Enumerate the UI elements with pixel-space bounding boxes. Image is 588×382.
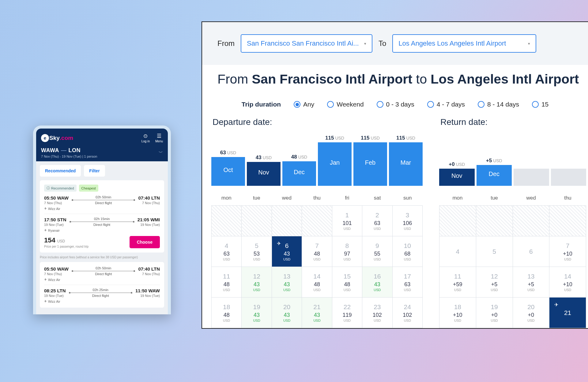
month-bar[interactable]: 115USDJan [318,134,352,186]
calendar-day[interactable]: 1343USD [272,267,302,298]
month-label: Oct [211,157,245,186]
day-number: 22 [344,303,351,311]
duration-option[interactable]: 0 - 3 days [377,101,414,108]
flight-line-icon [70,222,134,222]
choose-button[interactable]: Choose [130,236,160,248]
mobile-content: ⓘ Recommended Cheapest 05:50 WAW 7 Nov (… [36,177,168,314]
calendar-day[interactable]: 5 [476,236,513,267]
calendar-day[interactable]: 11+59USD [439,267,476,298]
month-bar[interactable]: 115USDFeb [353,134,387,186]
duration-option[interactable]: Any [294,101,314,108]
month-bar[interactable]: Jan [514,134,549,186]
calendar-day[interactable]: 13+5USD [513,267,550,298]
chevron-down-icon[interactable]: ﹀ [159,150,163,155]
to-dropdown[interactable]: Los Angeles Los Angeles Intl Airport ▾ [392,34,536,53]
day-number: 24 [404,303,411,311]
calendar-day[interactable]: 2143USD [302,298,332,328]
calendar-day[interactable]: 1101USD [332,206,362,236]
mobile-route[interactable]: WAWA—LON [41,147,97,154]
day-price: +5 [491,281,498,288]
plane-icon: ✈ [277,241,281,246]
calendar-day[interactable]: 20+0USD [513,298,550,328]
day-price: 55 [374,251,380,257]
day-number: 21 [313,303,320,311]
calendar-day[interactable]: 19+0USD [476,298,513,328]
menu-button[interactable]: ☰ Menu [155,133,163,143]
month-bar[interactable]: Fe [551,134,586,186]
month-bar[interactable]: 43USDNov [247,134,281,186]
calendar-day[interactable]: 897USD [332,236,362,267]
calendar-day[interactable]: 1148USD [212,267,242,298]
calendar-day[interactable]: 22119USD [332,298,362,328]
month-bar[interactable]: 115USDMar [389,134,423,186]
duration-option[interactable]: 15 [532,101,548,108]
calendar-day[interactable]: 23102USD [362,298,392,328]
return-calendar: Return date: +0USDNov+5USDDecJanFe montu… [439,117,586,328]
calendar-day[interactable]: 955USD [362,236,392,267]
trip-duration-label: Trip duration [242,101,281,108]
calendar-day[interactable]: 1548USD [332,267,362,298]
day-price: 48 [224,281,230,288]
month-bar[interactable]: 48USDDec [282,134,316,186]
calendar-day[interactable]: 1943USD [242,298,272,328]
calendar-day[interactable]: 3106USD [393,206,423,236]
filter-chip[interactable]: Filter [84,165,105,177]
calendar-day[interactable]: 553USD [242,236,272,267]
calendar-day[interactable]: 1243USD [242,267,272,298]
calendar-day[interactable]: 263USD [362,206,392,236]
calendar-day[interactable]: 1448USD [302,267,332,298]
calendar-day[interactable]: 12+5USD [476,267,513,298]
calendar-day[interactable]: 1643USD [362,267,392,298]
duration-option[interactable]: 4 - 7 days [427,101,465,108]
radio-icon [327,101,334,108]
calendar-day[interactable]: 1848USD [212,298,242,328]
calendar-day[interactable]: 6 [513,236,550,267]
mobile-logo[interactable]: eSky.com [41,134,73,142]
day-currency: USD [344,257,351,261]
calendar-day[interactable]: 18+10USD [439,298,476,328]
calendar-day[interactable]: 748USD [302,236,332,267]
calendar-day[interactable]: 4 [439,236,476,267]
day-price: 43 [284,251,290,257]
logo-e-icon: e [41,134,49,142]
radio-icon [427,101,434,108]
calendar-day[interactable]: 14+10USD [549,267,586,298]
month-label: Jan [514,169,549,186]
recommended-badge: ⓘ Recommended [44,185,77,192]
calendar-day[interactable]: ✈21 [549,298,586,328]
duration-option[interactable]: Weekend [327,101,364,108]
calendar-day[interactable]: 7+10USD [549,236,586,267]
month-bar[interactable]: +0USDNov [439,134,475,186]
calendar-day[interactable]: 24102USD [393,298,423,328]
day-price: 106 [403,220,412,227]
day-price: 68 [404,251,410,257]
month-bar[interactable]: +5USDDec [477,134,512,186]
price: 154 USD [44,236,89,244]
recommended-chip[interactable]: Recommended [40,165,81,177]
calendar-day[interactable]: 2043USD [272,298,302,328]
day-price: +10 [563,251,572,257]
day-currency: USD [374,319,381,322]
calendar-day[interactable]: 463USD [212,236,242,267]
day-currency: USD [253,319,260,322]
day-number: 5 [255,242,258,249]
day-number: 13 [527,273,534,280]
month-bar[interactable]: 63USDOct [211,134,245,186]
day-number: 1 [345,212,349,219]
day-currency: USD [374,288,381,292]
month-price: 63USD [211,150,245,156]
flight-leg: 05:50 WAW 7 Nov (Thu) 02h 50min Direct f… [44,266,160,276]
calendar-day[interactable]: 1068USD [393,236,423,267]
dow-label: sat [362,195,393,201]
calendar-day[interactable]: 1763USD [393,267,423,298]
duration-option[interactable]: 8 - 14 days [478,101,519,108]
day-price: +5 [528,281,534,288]
from-dropdown[interactable]: San Francisco San Francisco Intl Ai... ▾ [241,34,372,53]
radio-icon [532,101,539,108]
day-number: 23 [374,303,381,311]
day-currency: USD [223,288,230,292]
dep-time: 05:50 WAW [44,266,69,272]
login-button[interactable]: ⊙ Log in [141,133,150,143]
calendar-day[interactable]: ✈643USD [272,236,302,267]
day-price: 102 [373,312,382,318]
